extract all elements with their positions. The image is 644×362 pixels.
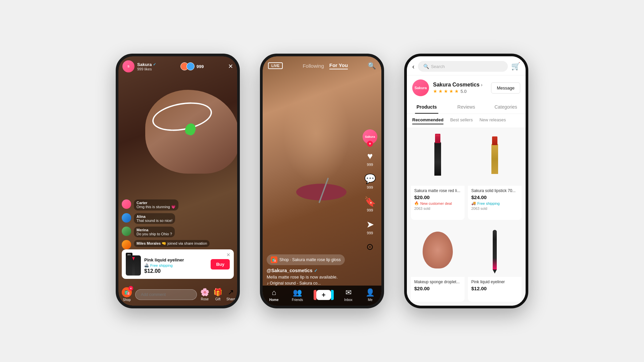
close-button[interactable]: ✕ — [228, 63, 233, 70]
inbox-icon: ✉ — [345, 288, 352, 297]
cart-icon[interactable]: 🛒 — [511, 62, 520, 71]
gift-button[interactable]: 🎁 Gift — [213, 288, 222, 301]
sold-count-2: 2063 sold — [471, 206, 518, 210]
star-3: ★ — [444, 88, 448, 94]
tab-products[interactable]: Products — [407, 100, 446, 114]
plus-button[interactable]: + — [316, 290, 331, 300]
like-action[interactable]: ♥ 999 — [367, 151, 373, 167]
product-card-2[interactable]: Sakura solid lipstick 70... $24.00 🚚 Fre… — [468, 132, 522, 220]
product-card-1[interactable]: Sakura matte rose red li... $20.00 🔥 New… — [411, 132, 465, 220]
viewer-avatar-2 — [186, 62, 195, 70]
live-background: S Sakura ✓ 999 likes — [118, 56, 237, 306]
shop-details: Sakura Cosmetics › ★ ★ ★ ★ ★ 5.0 — [433, 82, 487, 94]
close-card-icon[interactable]: ✕ — [226, 252, 230, 257]
tab-reviews[interactable]: Reviews — [446, 100, 486, 114]
shop-icon: 🛍️ 4 — [122, 287, 132, 297]
product-info-4: Pink liquid eyeliner $12.00 — [468, 277, 522, 295]
tab-categories[interactable]: Categories — [486, 100, 526, 114]
product-card-4[interactable]: Pink liquid eyeliner $12.00 — [468, 223, 522, 302]
phones-container: S Sakura ✓ 999 likes — [0, 0, 644, 362]
video-username[interactable]: @Sakura_cosmetics ✓ — [267, 268, 358, 273]
search-icon: 🔍 — [423, 64, 429, 69]
lipstick-head-2 — [492, 136, 497, 145]
star-4: ★ — [449, 88, 453, 94]
product-image-1 — [411, 132, 465, 186]
comment-count: 999 — [367, 185, 373, 189]
share-icon: ➤ — [366, 219, 374, 230]
eyeliner-pen — [493, 230, 497, 270]
me-nav-button[interactable]: 👤 Me — [366, 288, 375, 302]
nav-following[interactable]: Following — [303, 63, 324, 69]
product-info-3: Makeup sponge droplet... $20.00 — [411, 277, 465, 295]
shipping-label: Free shipping — [150, 263, 173, 267]
comment-input[interactable] — [135, 289, 197, 300]
me-nav-label: Me — [368, 298, 373, 302]
shipping-icon-2: 🚚 — [471, 201, 476, 205]
product-image-3 — [411, 223, 465, 277]
action-buttons: 🌸 Rose 🎁 Gift ↗ Share — [200, 288, 235, 301]
create-nav-button[interactable]: + — [316, 290, 331, 300]
comments-area: Carter Omg this is stunning 💗 Alina That… — [122, 199, 234, 252]
product-name-3: Makeup sponge droplet... — [414, 280, 461, 284]
share-button[interactable]: ↗ Share — [226, 288, 235, 301]
verified-icon: ✓ — [314, 268, 318, 273]
video-info-overlay: 🛍️ Shop · Sakura matte rose lip gloss @S… — [267, 254, 358, 286]
shop-label: Shop — [123, 298, 130, 302]
rose-icon: 🌸 — [200, 288, 209, 297]
comment-avatar-2 — [122, 213, 131, 223]
shop-badge: 4 — [128, 286, 133, 291]
lipstick-tube-1 — [434, 142, 441, 176]
friends-nav-button[interactable]: 👥 Friends — [292, 288, 303, 302]
search-bar[interactable]: 🔍 Search — [418, 61, 508, 72]
creator-avatar[interactable]: Sakura + — [363, 129, 377, 144]
comment-avatar-4 — [122, 240, 131, 249]
buy-button[interactable]: Buy — [211, 259, 230, 269]
heart-icon: ♥ — [367, 151, 373, 162]
product-price-2: $24.00 — [471, 194, 518, 200]
subtab-recommended[interactable]: Recommended — [412, 117, 443, 124]
subtab-new-releases[interactable]: New releases — [479, 117, 506, 124]
viewer-avatars — [180, 62, 195, 70]
shop-button[interactable]: 🛍️ 4 Shop — [122, 287, 132, 302]
home-nav-label: Home — [269, 298, 279, 302]
video-description: Mella matte rose lip is now available. — [267, 275, 358, 280]
face-highlight — [283, 83, 350, 184]
bookmark-count: 999 — [367, 208, 373, 212]
back-button[interactable]: ‹ — [412, 63, 415, 70]
search-icon[interactable]: 🔍 — [368, 62, 376, 70]
share-action[interactable]: ➤ 999 — [366, 219, 374, 235]
follow-button[interactable]: + — [367, 141, 373, 147]
comment-action[interactable]: 💬 999 — [364, 173, 376, 189]
phone-3-screen: ‹ 🔍 Search 🛒 Sakura Sakura Cosmetics — [407, 56, 526, 306]
shipping-icon: 🚢 — [144, 263, 149, 267]
home-nav-button[interactable]: ⌂ Home — [269, 288, 279, 302]
rating-value: 5.0 — [461, 89, 467, 94]
product-name-2: Sakura solid lipstick 70... — [471, 188, 518, 193]
viewer-number: 999 — [197, 64, 204, 69]
product-name-4: Pink liquid eyeliner — [471, 280, 518, 284]
comment-text-2: Alina That sound is so nice! — [134, 213, 175, 224]
rose-button[interactable]: 🌸 Rose — [200, 288, 209, 301]
product-name: Pink liquid eyeliner — [144, 257, 207, 262]
gift-label: Gift — [215, 297, 221, 301]
shop-tabs: Products Reviews Categories — [407, 100, 526, 114]
phone-2-screen: LIVE Following For You 🔍 Sakura + ♥ — [263, 56, 381, 306]
product-card-3[interactable]: Makeup sponge droplet... $20.00 — [411, 223, 465, 302]
nav-for-you[interactable]: For You — [329, 62, 348, 69]
message-button[interactable]: Message — [491, 82, 520, 94]
eyeliner-tip — [132, 257, 135, 260]
deal-icon-1: 🔥 — [414, 201, 419, 205]
product-image-2 — [468, 132, 522, 186]
comment-body-4: joined via share invation — [167, 241, 207, 245]
star-1: ★ — [433, 88, 437, 94]
shop-tag[interactable]: 🛍️ Shop · Sakura matte rose lip gloss — [267, 254, 345, 265]
inbox-nav-button[interactable]: ✉ Inbox — [344, 288, 352, 302]
product-deal-1: 🔥 New customer deal — [414, 201, 461, 205]
plus-left-accent — [314, 290, 316, 300]
subtab-best-sellers[interactable]: Best sellers — [450, 117, 473, 124]
comment-body-3: Do you ship to Ohio ? — [137, 232, 172, 236]
comment-2: Alina That sound is so nice! — [122, 213, 234, 224]
bookmark-action[interactable]: 🔖 999 — [364, 196, 376, 212]
phone-1-live-stream: S Sakura ✓ 999 likes — [116, 54, 240, 308]
product-image-4 — [468, 223, 522, 277]
